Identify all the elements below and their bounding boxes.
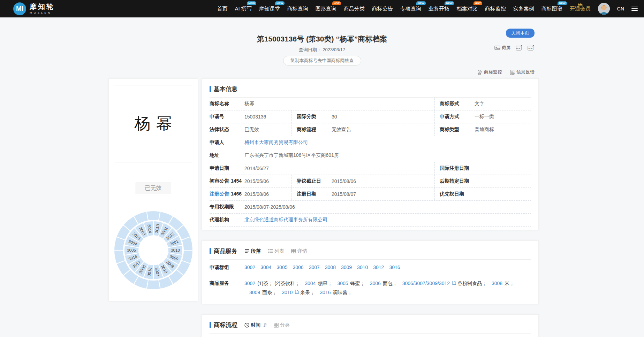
nav-item-label: 商标公告 <box>372 6 393 12</box>
clock-icon <box>244 323 249 328</box>
table-row: 申请日期2014/06/27国际注册日期 <box>210 162 531 175</box>
nav-item-图形查询[interactable]: 图形查询HOT <box>316 6 336 12</box>
nav-item-商品分类[interactable]: 商品分类 <box>344 6 365 12</box>
flow-toggle-分类[interactable]: 分类 <box>274 322 290 328</box>
nav-item-label: 档案对比 <box>457 6 478 12</box>
group-link[interactable]: 3008 <box>492 281 502 286</box>
field-value-link[interactable]: 梅州市大家闺秀贸易有限公司 <box>244 139 308 145</box>
nav-item-商标查询[interactable]: 商标查询 <box>287 6 308 12</box>
apply-groups-label: 申请群组 <box>210 263 244 271</box>
goods-section: 商品服务 段落列表详情 申请群组 30023004300530063007300… <box>202 240 539 304</box>
table-row: 初审公告14542015/05/06异议截止日2015/08/06后期指定日期 <box>210 175 531 188</box>
group-link[interactable]: 3004 <box>305 281 316 286</box>
feedback-icon <box>510 70 515 75</box>
field-value: 杨幂 <box>244 101 434 107</box>
table-row: 注册公告14662015/08/06注册日期2015/08/07优先权日期 <box>210 188 531 201</box>
nav-item-label: 商标查询 <box>287 6 308 12</box>
basic-info-table: 商标名称杨幂商标形式文字申请号15003136国际分类30申请方式一标一类法律状… <box>210 98 531 227</box>
field-value: 15003136 <box>244 114 291 120</box>
group-link[interactable]: 3006 <box>293 263 303 271</box>
export-pdf[interactable]: PDF <box>528 45 535 51</box>
flow-row: 2014-06-27申请程序 - 申请收文 <box>210 334 531 337</box>
class-segment[interactable] <box>146 211 160 221</box>
brand-logo[interactable]: Mi 摩知轮 MOZLEN <box>13 2 55 15</box>
nav-item-label: 专项查询 <box>400 6 421 12</box>
flow-toggle-sort[interactable] <box>263 323 267 328</box>
tool-信息反馈[interactable]: 信息反馈 <box>510 69 535 75</box>
field-value: 2015/08/07-2025/08/06 <box>244 204 531 210</box>
user-avatar[interactable] <box>598 3 610 15</box>
nav-item-label: 图形查询 <box>316 6 336 12</box>
field-label: 地址 <box>210 152 244 159</box>
screenshot-icon <box>494 45 500 50</box>
nav-item-开通会员[interactable]: 开通会员 <box>570 6 591 12</box>
paragraph-icon <box>244 249 250 253</box>
group-link[interactable]: 3005 <box>276 263 287 271</box>
trademark-image[interactable]: 杨幂 <box>115 85 192 162</box>
field-label-link[interactable]: 注册公告 <box>210 191 229 197</box>
goods-text: 糖果； <box>318 281 332 286</box>
field-value[interactable]: 梅州市大家闺秀贸易有限公司 <box>244 139 531 146</box>
group-link[interactable]: 3002 <box>244 263 255 271</box>
flow-toggle-时间[interactable]: 时间 <box>244 322 260 328</box>
top-nav: Mi 摩知轮 MOZLEN 首页AI 撰写NEW摩知课堂NEW商标查询图形查询H… <box>0 0 644 17</box>
brand-name: 摩知轮 <box>30 3 55 10</box>
nav-item-商标图谱[interactable]: 商标图谱NEW <box>541 6 562 12</box>
class-ring-chart[interactable]: 3013300230123001301030093008301930073018… <box>114 211 193 291</box>
nav-item-商标公告[interactable]: 商标公告 <box>372 6 393 12</box>
copy-check-button[interactable]: 复制本商标号去中国商标网核查 <box>283 56 361 66</box>
group-link[interactable]: 3002 <box>244 281 255 286</box>
field-label[interactable]: 注册公告1466 <box>210 191 244 197</box>
group-link[interactable]: 3010 <box>357 263 368 271</box>
flow-section: 商标流程 时间分类 2014-06-27申请程序 - 申请收文 <box>202 314 539 337</box>
field-label: 国际注册日期 <box>434 162 475 175</box>
group-link[interactable]: 3009 <box>249 290 260 295</box>
field-label: 申请方式 <box>434 110 475 123</box>
language-toggle[interactable]: CN <box>617 6 624 12</box>
nav-item-专项查询[interactable]: 专项查询NEW <box>400 6 421 12</box>
section-accent-bar <box>210 86 211 92</box>
group-link[interactable]: 3005 <box>337 281 348 286</box>
nav-item-业务开拓[interactable]: 业务开拓NEW <box>429 6 449 12</box>
bulletin-number: 1466 <box>231 191 242 197</box>
nav-badge-hot: HOT <box>332 1 341 5</box>
group-link[interactable]: 3012 <box>373 263 384 271</box>
group-link[interactable]: 3006 <box>370 281 381 286</box>
group-link[interactable]: 3016 <box>320 290 331 295</box>
menu-icon[interactable] <box>631 6 638 12</box>
field-label: 国际分类 <box>291 110 332 123</box>
group-link[interactable]: 3016 <box>389 263 400 271</box>
nav-item-摩知课堂[interactable]: 摩知课堂NEW <box>259 6 280 12</box>
nav-item-商标监控[interactable]: 商标监控 <box>485 6 506 12</box>
attachment-icon[interactable] <box>452 281 457 285</box>
goods-services-row: 商品服务 3002(1)茶； (2)茶饮料；3004糖果；3005蜂蜜；3006… <box>210 275 531 300</box>
group-link[interactable]: 3008 <box>325 263 336 271</box>
attachment-icon[interactable] <box>295 290 300 294</box>
group-link[interactable]: 3009 <box>341 263 352 271</box>
nav-item-首页[interactable]: 首页 <box>217 6 227 12</box>
section-accent-bar <box>210 322 211 328</box>
table-row: 代理机构北京绿色通道商标代理事务所有限公司 <box>210 214 531 227</box>
export-screenshot[interactable]: 截屏 <box>494 45 511 51</box>
goods-toggle-段落[interactable]: 段落 <box>244 248 261 254</box>
nav-item-label: 摩知课堂 <box>259 6 280 12</box>
group-link[interactable]: 3010 <box>282 290 293 295</box>
group-link[interactable]: 3007 <box>309 263 320 271</box>
basic-info-section: 基本信息 商标名称杨幂商标形式文字申请号15003136国际分类30申请方式一标… <box>202 78 539 230</box>
export-doc[interactable]: DOC <box>516 45 523 51</box>
group-link[interactable]: 3004 <box>260 263 271 271</box>
doc-icon: DOC <box>516 45 523 51</box>
tool-商标监控[interactable]: 商标监控 <box>477 69 502 75</box>
nav-item-AI 撰写[interactable]: AI 撰写NEW <box>235 6 251 12</box>
class-segment[interactable] <box>146 280 160 290</box>
field-label: 商标类型 <box>434 123 475 136</box>
field-value-link[interactable]: 北京绿色通道商标代理事务所有限公司 <box>244 217 327 222</box>
field-value[interactable]: 北京绿色通道商标代理事务所有限公司 <box>244 217 531 223</box>
nav-item-实务案例[interactable]: 实务案例 <box>513 6 534 12</box>
field-label: 专用权期限 <box>210 204 244 210</box>
nav-item-档案对比[interactable]: 档案对比HOT <box>457 6 478 12</box>
goods-toggle-详情[interactable]: 详情 <box>291 248 307 254</box>
table-row: 申请号15003136国际分类30申请方式一标一类 <box>210 110 531 123</box>
group-link[interactable]: 3006/3007/3009/3012 <box>402 281 450 286</box>
goods-toggle-列表[interactable]: 列表 <box>268 248 284 254</box>
